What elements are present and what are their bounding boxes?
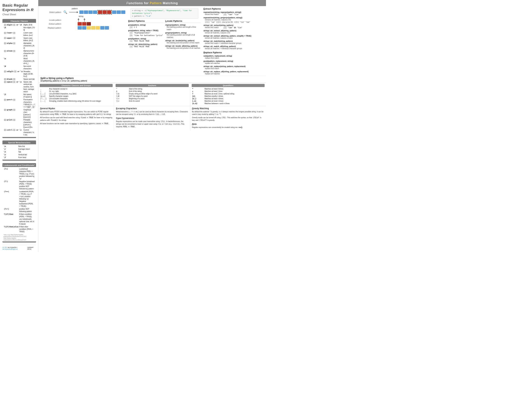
func-grepl-result: [1] TRUE FALSE TRUE (130, 40, 163, 42)
table-row: \r Carriage return (3, 148, 35, 151)
func-gsub-desc: replace all matches (205, 62, 264, 65)
table-row: \n New line (3, 145, 35, 148)
table-row: $ End of the string (116, 90, 189, 93)
func-str-replace-desc: replace first match (205, 67, 264, 70)
string-boxes (79, 10, 125, 14)
greedy-p1: By default the asterisk * is greedy, i.e… (192, 110, 264, 115)
cc-by-link[interactable]: CC BY (2, 247, 7, 248)
replace-title: Replace Patterns (203, 51, 264, 54)
detect-title: Detect Patterns (128, 20, 163, 23)
updated-date: Updated: 09/16 (27, 247, 36, 250)
lookaround-table: (?=) Lookahead (requires PERL = TRUE), e… (3, 168, 35, 233)
title-block: Basic Regular Expressions in R Cheat She… (2, 3, 36, 16)
table-row: \w Word characters; [A-z0-9_] (3, 57, 36, 65)
detect-label: Detect pattern (40, 11, 61, 13)
lookaround-footnote: *see, e.g. http://www.regular-expression… (3, 234, 35, 241)
bottom-sections: General Modes By default R uses POSIX ex… (38, 106, 266, 131)
replace-boxes (78, 26, 109, 29)
replace-box-7 (105, 26, 109, 29)
table-row: [[:cntrl:]] or \c Control characters; \n… (3, 129, 36, 136)
author-name: Ian Kopacka • (8, 247, 17, 248)
replace-box-2 (82, 26, 86, 29)
box-5 (112, 10, 116, 14)
general-modes-title: General Modes (40, 107, 112, 110)
greedy-note-col: Greedy Matching By default the asterisk … (190, 106, 266, 131)
spacer2 (80, 18, 83, 22)
extract-row: Extract pattern (40, 22, 125, 26)
general-modes-col: General Modes By default R uses POSIX ex… (38, 106, 114, 131)
table-row: \\B NOT the edge of a word (116, 95, 189, 97)
header-highlight: Pattern (150, 1, 162, 5)
func-str-locate-all: stringr::str_locate_all(string, pattern) (165, 45, 200, 47)
func-regmatches-1-result: [1] "tam" "tim" (224, 13, 239, 16)
general-modes-p3: All base functions can be made case inse… (40, 122, 112, 125)
case-title: Case Conversions (116, 117, 188, 119)
table-row: [[:space:]] or \s Space, tab, vertical t… (3, 81, 36, 93)
locate-label: Locate pattern (40, 19, 61, 21)
special-meta-title: Special Metacharacters (2, 141, 36, 144)
table-row: ?(if)then|else If-then-else-condition (P… (3, 225, 35, 233)
table-row: ^ Start of the string (116, 88, 189, 90)
table-row: \D Non-digits; [^0-9] (3, 26, 36, 31)
table-row: [[:blank:]] Space and tab (3, 78, 36, 81)
header-bar: Functions for Pattern Matching (38, 0, 266, 6)
table-row: [[:xdigit:]] or \x Hexadec. digits; [0-9… (3, 70, 36, 78)
table-row: [[:punct:]] Punctuation characters;!"#$%… (3, 98, 36, 108)
table-row: (?=) Lookahead (requires PERL = TRUE), e… (3, 168, 35, 180)
table-row: [[:alnum:]] Alphanumeric characters [A-z… (3, 50, 36, 57)
table-row: . Any character except \n (40, 88, 113, 90)
replace-box-3 (87, 26, 91, 29)
box-3 (88, 10, 93, 14)
locate-row: Locate pattern (40, 18, 125, 22)
footer: CC BY Ian Kopacka • ian.kopacka@ages.at … (2, 245, 36, 250)
quantifiers-table: * Matches at least 0 times + Matches at … (192, 88, 265, 105)
func-grep-result: [1] 1 3 (130, 26, 163, 29)
extract-boxes (78, 22, 91, 26)
func-str-match-all: stringr::str_match_all(string, pattern) (203, 45, 264, 47)
pattern-label-top: pattern (72, 8, 125, 10)
box-4 (93, 10, 97, 14)
table-row: \v Vertical tab (3, 153, 35, 156)
table-row: + Matches at least 1 time (192, 90, 265, 93)
special-meta-box: Special Metacharacters \n New line \r Ca… (2, 141, 36, 161)
box-1 (79, 10, 84, 14)
split-section: Split a String using a Pattern strsplit(… (38, 76, 266, 83)
table-row: [[:lower:]] Lower-case letters; [a-z] (3, 31, 36, 37)
left-panel: Basic Regular Expressions in R Cheat She… (0, 0, 38, 252)
email-link[interactable]: ian.kopacka@ages.at (2, 248, 18, 250)
char-groups-table: . Any character except \n | Or, e.g. (a|… (40, 88, 113, 102)
table-row: [[:upper:]] Upper-case letters; [A-Z] (3, 37, 36, 42)
quantifiers-header: Quantifiers (192, 84, 265, 87)
replace-box-4 (91, 26, 95, 29)
greedy-p2: Greedy mode can be turned off using (?U)… (192, 116, 264, 122)
detect-patterns-col: Detect Patterns grep(pattern, string) [1… (128, 20, 163, 49)
box-2 (84, 10, 88, 14)
table-row: (?<!) position NOT following pattern (3, 208, 35, 213)
table-row: | Or, e.g. (a|b) (40, 90, 113, 93)
anchors-header: Anchors (116, 84, 189, 87)
func-regmatches-1-desc: extract first match (205, 13, 219, 16)
func-regexpr-desc: find starting position and length of fir… (167, 26, 200, 31)
pattern-diagram: pattern Detect pattern 🔍 (40, 8, 125, 75)
func-str-extract: stringr::str_extract(string, pattern) (203, 24, 264, 26)
mid-sections: Character Classes and Groups . Any chara… (38, 83, 266, 106)
replace-box-1 (78, 26, 82, 29)
char-classes-title: Character Classes (2, 19, 36, 23)
char-classes-table: [[:digit:]] or \d Digits; [0-9] \D Non-d… (3, 23, 36, 136)
table-row: \W Non-word characters (3, 65, 36, 70)
table-row: \f Form feed (3, 156, 35, 159)
func-sub: sub(pattern, replacement, string) (203, 55, 264, 57)
func-regmatches-1: regmatches(string, regexpr(pattern, stri… (203, 11, 264, 13)
greedy-title: Greedy Matching (192, 107, 264, 110)
anchors-table: ^ Start of the string $ End of the strin… (116, 88, 189, 102)
up-arrow-2 (84, 18, 85, 22)
func-str-match: stringr::str_match(string, pattern) (203, 40, 264, 42)
char-classes-groups-col: Character Classes and Groups . Any chara… (38, 83, 114, 106)
func-str-match-desc: extract first match + individual charact… (205, 42, 264, 45)
table-row: ?(if)then If-then-condition (PERL = TRUE… (3, 213, 35, 225)
table-row: \t Tab (3, 151, 35, 153)
special-meta-table: \n New line \r Carriage return \t Tab (3, 145, 35, 159)
func-str-extract-all-simplify: stringr::str_extract_all(string, pattern… (203, 35, 264, 37)
replace-box-5 (96, 26, 100, 29)
func-str-extract-all-simplify-desc: extract all matches, outputs a matrix (205, 37, 264, 39)
